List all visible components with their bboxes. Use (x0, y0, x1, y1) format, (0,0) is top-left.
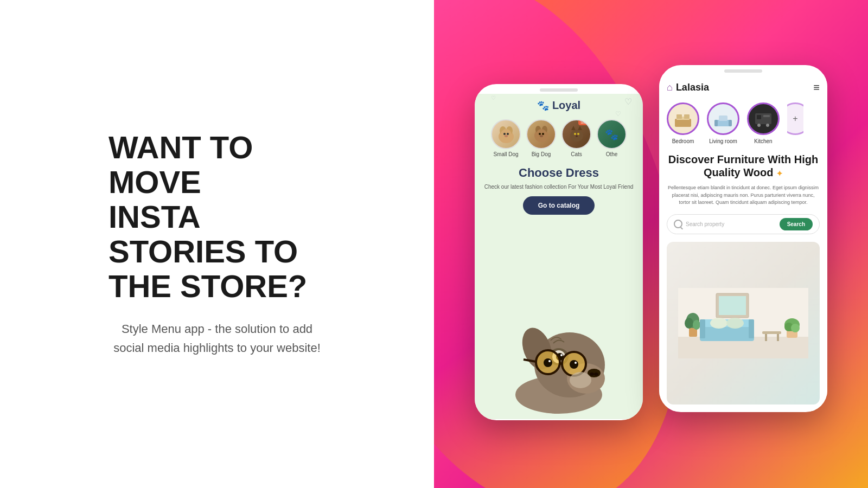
svg-point-26 (594, 373, 598, 376)
svg-point-11 (539, 133, 541, 135)
svg-rect-51 (763, 115, 770, 117)
svg-point-37 (548, 360, 551, 362)
room-illustration (678, 288, 808, 358)
svg-rect-43 (676, 114, 682, 119)
furniture-headline-text: Discover Furniture With High Quality Woo… (668, 153, 819, 178)
svg-point-17 (572, 130, 582, 139)
svg-point-40 (570, 372, 591, 388)
svg-point-60 (685, 318, 693, 329)
category-kitchen[interactable]: Kitchen (747, 102, 780, 144)
lalasia-app-name: Lalasia (676, 82, 709, 93)
big-dog-label: Big Dog (532, 151, 551, 157)
svg-point-30 (560, 354, 563, 356)
svg-rect-46 (714, 120, 718, 126)
svg-rect-41 (675, 119, 691, 127)
lalasia-logo-icon: ⌂ (667, 82, 673, 93)
svg-point-53 (766, 124, 769, 127)
svg-rect-70 (777, 334, 779, 341)
svg-rect-44 (684, 114, 690, 119)
svg-rect-65 (749, 319, 754, 338)
hamburger-menu-icon[interactable]: ≡ (813, 81, 820, 94)
search-icon (674, 220, 682, 228)
svg-point-20 (576, 135, 578, 137)
kitchen-label: Kitchen (754, 138, 772, 144)
svg-marker-15 (571, 126, 576, 130)
choose-dress-section: Choose Dress Check our latest fashion co… (484, 166, 634, 215)
svg-point-12 (542, 133, 544, 135)
furniture-description: Pellentesque etiam blandit in tincidunt … (667, 184, 820, 207)
svg-point-39 (575, 362, 577, 364)
category-more: + (787, 102, 803, 144)
headline-line3: THE STORE? (108, 268, 307, 304)
bedroom-avatar (667, 102, 699, 135)
main-headline: WANT TO MOVE INSTA STORIES TO THE STORE? (108, 130, 326, 303)
svg-point-10 (536, 129, 547, 140)
svg-point-38 (570, 360, 578, 369)
other-avatar: 🐾 (597, 119, 627, 149)
svg-point-36 (544, 358, 552, 367)
lalasia-topbar: ⌂ Lalasia ≡ (667, 81, 820, 94)
bedroom-label: Bedroom (672, 138, 694, 144)
small-dog-avatar (491, 119, 521, 149)
search-input[interactable]: Search property (686, 221, 776, 227)
phone-lalasia: ⌂ Lalasia ≡ Bedroom (659, 65, 827, 412)
category-bedroom[interactable]: Bedroom (667, 102, 699, 144)
svg-point-74 (791, 324, 800, 332)
more-avatar: + (787, 102, 803, 135)
pet-categories: Small Dog Big Dog Cats (491, 119, 627, 157)
svg-point-5 (507, 133, 509, 135)
svg-point-13 (540, 135, 543, 137)
svg-rect-64 (700, 319, 705, 338)
svg-rect-57 (719, 296, 746, 315)
dog-image-area (480, 223, 637, 414)
svg-point-19 (577, 133, 579, 135)
search-row[interactable]: Search property Search (667, 214, 820, 234)
choose-dress-title: Choose Dress (484, 166, 634, 180)
svg-point-6 (505, 135, 508, 137)
loyal-paw-icon: 🐾 (537, 100, 549, 112)
svg-rect-48 (719, 115, 727, 121)
lalasia-screen-container: ⌂ Lalasia ≡ Bedroom (659, 75, 827, 411)
loyal-app-name: Loyal (552, 99, 580, 112)
room-categories: Bedroom Living room Kitche (667, 102, 820, 144)
headline-line1: WANT TO MOVE (108, 130, 253, 200)
category-other[interactable]: 🐾 Othe (597, 119, 627, 157)
svg-point-52 (757, 124, 761, 127)
search-button[interactable]: Search (780, 218, 813, 230)
category-big-dog[interactable]: Big Dog (526, 119, 556, 157)
svg-point-67 (726, 318, 744, 329)
left-content: WANT TO MOVE INSTA STORIES TO THE STORE?… (87, 108, 347, 379)
living-room-label: Living room (709, 138, 737, 144)
catalog-button[interactable]: Go to catalog (523, 196, 595, 215)
svg-marker-16 (578, 126, 582, 130)
headline-line2: INSTA STORIES TO (108, 199, 298, 269)
svg-point-66 (710, 318, 727, 329)
lalasia-brand: ⌂ Lalasia (667, 82, 709, 93)
living-room-avatar (707, 102, 739, 135)
svg-rect-62 (700, 325, 754, 341)
svg-point-25 (590, 373, 594, 376)
svg-line-34 (560, 363, 562, 364)
furniture-headline: Discover Furniture With High Quality Woo… (667, 153, 820, 179)
kitchen-avatar (747, 102, 780, 135)
right-section: ♡ ♡ ♡ 🐾 Loyal Small (434, 0, 868, 488)
loyal-header: 🐾 Loyal (537, 99, 580, 112)
svg-point-4 (503, 133, 506, 135)
choose-dress-sub: Check our latest fashion collection For … (484, 183, 634, 191)
dog-illustration (494, 294, 624, 414)
svg-point-18 (574, 133, 576, 135)
category-cats[interactable]: Cats (561, 119, 591, 157)
sparkle-icon: ✦ (776, 169, 783, 178)
furniture-image (667, 242, 820, 405)
svg-rect-50 (757, 115, 761, 119)
svg-rect-47 (729, 120, 732, 126)
svg-point-3 (501, 129, 512, 140)
loyal-screen: ♡ ♡ ♡ 🐾 Loyal Small (475, 94, 643, 419)
category-living-room[interactable]: Living room (707, 102, 739, 144)
big-dog-avatar (526, 119, 556, 149)
category-small-dog[interactable]: Small Dog (491, 119, 521, 157)
cats-avatar (561, 119, 591, 149)
svg-point-61 (693, 320, 700, 330)
sub-text: Style Menu app - the solution to add soc… (108, 319, 326, 357)
left-section: WANT TO MOVE INSTA STORIES TO THE STORE?… (0, 0, 434, 488)
